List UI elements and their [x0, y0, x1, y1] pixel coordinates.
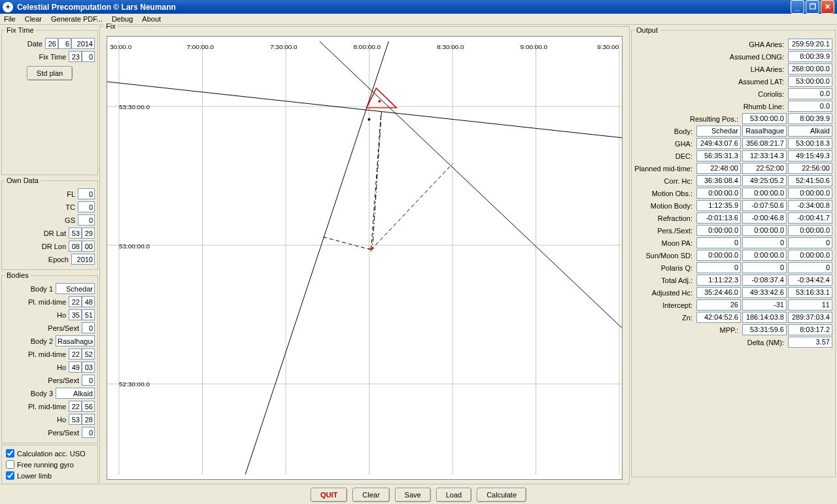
free-gyro-label: Free running gyro [17, 461, 74, 469]
menu-about[interactable]: About [142, 15, 161, 23]
drlon-a-input[interactable] [69, 241, 82, 252]
svg-text:52:30:00.0: 52:30:00.0 [119, 381, 150, 388]
calculate-button[interactable]: Calculate [477, 488, 526, 502]
body1-input[interactable] [56, 283, 95, 294]
output-value: 52:41:50.6 [788, 175, 832, 186]
calc-uso-checkbox[interactable] [6, 449, 14, 458]
b3-ps-label: Pers/Sext [5, 429, 82, 437]
drlon-b-input[interactable] [82, 241, 95, 252]
svg-text:30:00.0: 30:00.0 [110, 44, 132, 51]
date-day-input[interactable] [45, 38, 58, 49]
output-value: 259:59:20.1 [788, 39, 832, 50]
output-value: -0:00:41.7 [788, 212, 832, 224]
output-label: Intercept: [634, 301, 695, 309]
b3-ho-b[interactable] [82, 414, 95, 425]
drlat-a-input[interactable] [69, 227, 82, 239]
output-label: Motion Obs.: [634, 190, 695, 197]
svg-text:9:30:00: 9:30:00 [597, 44, 619, 51]
quit-button[interactable]: QUIT [311, 488, 347, 502]
b3-pm-h[interactable] [69, 401, 82, 412]
titlebar: ✦ Celestial Precomputation © Lars Neuman… [0, 0, 837, 14]
svg-text:7:30:00.0: 7:30:00.0 [270, 44, 298, 51]
output-value: 42:04:52.6 [696, 312, 741, 323]
b2-ho-a[interactable] [69, 361, 82, 373]
output-label: Delta (NM): [634, 339, 787, 346]
output-value: Alkaid [788, 126, 832, 137]
output-value: 8:00:39.9 [788, 113, 832, 124]
clear-button[interactable]: Clear [352, 488, 389, 502]
output-row: Assumed LONG:8:00:39.9 [634, 50, 832, 63]
menu-generate-pdf[interactable]: Generate PDF... [51, 15, 103, 23]
output-value: -0:01:13.6 [696, 212, 741, 224]
menu-file[interactable]: File [4, 15, 16, 23]
b3-ps[interactable] [82, 427, 95, 438]
b1-pm-m[interactable] [82, 296, 95, 307]
body2-input[interactable] [56, 335, 95, 346]
b1-pm-h[interactable] [69, 296, 82, 307]
lower-limb-checkbox[interactable] [6, 471, 14, 480]
date-year-input[interactable] [71, 38, 95, 49]
epoch-input[interactable] [71, 254, 95, 265]
svg-marker-27 [366, 88, 396, 108]
save-button[interactable]: Save [395, 488, 431, 502]
menu-debug[interactable]: Debug [112, 15, 133, 23]
b1-ps[interactable] [82, 322, 95, 333]
output-label: Refraction: [634, 214, 695, 222]
b2-pm-h[interactable] [69, 348, 82, 360]
output-label: Adjusted Hc: [634, 289, 695, 297]
output-row: MPP.:53:31:59.68:03:17.2 [634, 324, 832, 336]
output-label: Resulting Pos.: [634, 115, 741, 123]
fl-input[interactable] [78, 188, 95, 199]
output-label: Total Adj.: [634, 277, 695, 284]
b3-ho-a[interactable] [69, 414, 82, 425]
maximize-button[interactable]: ❐ [806, 0, 819, 14]
stdplan-button[interactable]: Std plan [27, 66, 73, 80]
b1-plmid-label: Pl. mid-time [5, 298, 69, 306]
b2-ho-b[interactable] [82, 361, 95, 373]
output-value: 1:11:22.3 [696, 275, 741, 286]
minimize-button[interactable]: _ [791, 0, 804, 14]
output-label: Zn: [634, 314, 695, 322]
output-value: 3.57 [788, 337, 832, 348]
output-value: -0:07:50.6 [742, 200, 787, 211]
output-row: Body:SchedarRasalhagueAlkaid [634, 125, 832, 137]
fixtime-m-input[interactable] [82, 51, 95, 62]
gs-label: GS [5, 216, 78, 224]
b2-plmid-label: Pl. mid-time [5, 350, 69, 358]
output-value: 0 [742, 262, 787, 273]
output-value: 53:31:59.6 [742, 324, 787, 335]
output-value: 249:43:07.6 [696, 138, 741, 149]
date-month-input[interactable] [58, 38, 71, 49]
output-label: Moon PA: [634, 239, 695, 247]
tc-input[interactable] [78, 201, 95, 212]
owndata-legend: Own Data [5, 176, 41, 184]
output-label: MPP.: [634, 326, 741, 334]
output-value: 35:24:46.0 [696, 287, 741, 298]
gs-input[interactable] [78, 214, 95, 226]
svg-line-26 [372, 112, 381, 250]
body3-input[interactable] [56, 388, 95, 399]
b3-pm-m[interactable] [82, 401, 95, 412]
close-button[interactable]: ✕ [821, 0, 834, 14]
output-label: Motion Body: [634, 202, 695, 210]
menu-clear[interactable]: Clear [25, 15, 42, 23]
b1-ho-b[interactable] [82, 309, 95, 320]
output-value: -31 [742, 299, 787, 311]
load-button[interactable]: Load [436, 488, 471, 502]
left-column: Fix Time Date Fix Time Std plan Own Data… [1, 26, 98, 484]
output-row: DEC:56:35:31.312:33:14.349:15:49.3 [634, 150, 832, 162]
output-value: 0:00:00.0 [788, 250, 832, 261]
b2-pm-m[interactable] [82, 348, 95, 360]
output-value: 8:00:39.9 [788, 51, 832, 62]
output-value: 11 [788, 299, 832, 311]
fixtime-h-input[interactable] [69, 51, 82, 62]
b2-ps[interactable] [82, 375, 95, 386]
right-column: Output GHA Aries:259:59:20.1Assumed LONG… [631, 26, 836, 484]
drlat-b-input[interactable] [82, 227, 95, 239]
output-value: 1:12:35.9 [696, 200, 741, 211]
free-gyro-checkbox[interactable] [6, 460, 14, 469]
checks-panel: Calculation acc. USO Free running gyro L… [1, 445, 98, 484]
bodies-legend: Bodies [5, 271, 31, 279]
output-row: Zn:42:04:52.6186:14:03.8289:37:03.4 [634, 311, 832, 324]
b1-ho-a[interactable] [69, 309, 82, 320]
